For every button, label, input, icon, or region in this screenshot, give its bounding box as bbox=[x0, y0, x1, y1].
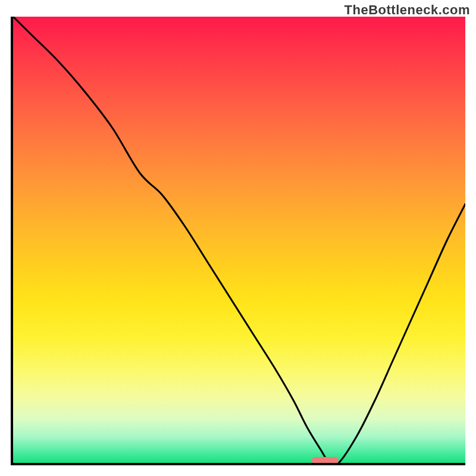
chart-container: TheBottleneck.com bbox=[0, 0, 476, 476]
curve-svg bbox=[13, 17, 465, 463]
optimum-marker bbox=[312, 457, 339, 464]
plot-area bbox=[11, 17, 465, 465]
watermark-label: TheBottleneck.com bbox=[345, 2, 470, 18]
bottleneck-curve bbox=[13, 17, 465, 463]
